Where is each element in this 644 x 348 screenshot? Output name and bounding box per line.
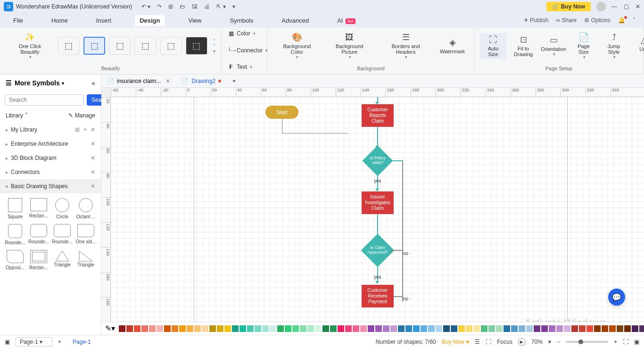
color-swatch[interactable] [270, 325, 276, 332]
shape-rounded-2[interactable]: Rounde... [28, 224, 49, 245]
chevron-up-icon[interactable]: ˄ [25, 112, 28, 119]
theme-1[interactable]: ⬚ [58, 37, 80, 55]
collapse-panel-icon[interactable]: « [91, 79, 95, 87]
theme-5[interactable]: ⬚ [160, 37, 182, 55]
color-swatch[interactable] [202, 325, 208, 332]
color-swatch[interactable] [209, 325, 216, 332]
auto-size-button[interactable]: ⛶Auto Size [480, 33, 506, 59]
color-swatch[interactable] [285, 325, 291, 332]
color-swatch[interactable] [194, 325, 201, 332]
color-swatch[interactable] [322, 325, 329, 332]
bg-color-button[interactable]: 🎨Background Color▾ [273, 30, 321, 61]
color-swatch[interactable] [164, 325, 171, 332]
color-swatch[interactable] [511, 325, 518, 332]
color-swatch[interactable] [496, 325, 503, 332]
publish-button[interactable]: ✈ Publish [524, 17, 549, 24]
color-swatch[interactable] [390, 325, 397, 332]
theme-scroll-up[interactable]: ˄ [213, 38, 215, 43]
color-swatch[interactable] [224, 325, 231, 332]
print-icon[interactable]: 🖨 [204, 3, 210, 10]
collapse-ribbon-icon[interactable]: ˄ [633, 17, 636, 24]
color-swatch[interactable] [119, 325, 125, 332]
color-swatch[interactable] [383, 325, 389, 332]
menu-ai[interactable]: AI hot [332, 15, 360, 26]
maximize-icon[interactable]: ▢ [624, 3, 629, 10]
close-icon[interactable]: ✕ [91, 141, 95, 147]
search-input[interactable] [5, 94, 84, 106]
color-swatch[interactable] [421, 325, 427, 332]
close-icon[interactable]: ✕ [91, 183, 95, 190]
save-icon[interactable]: 🖫 [192, 3, 198, 10]
color-swatch[interactable] [315, 325, 322, 332]
open-icon[interactable]: 🗁 [180, 3, 185, 10]
tab-insurance[interactable]: 📄 insurance claim... ✕ [101, 76, 176, 86]
theme-more[interactable]: ▾ [213, 49, 215, 54]
share-button[interactable]: ∞ Share [556, 17, 577, 24]
close-icon[interactable]: ✕ [91, 126, 95, 133]
color-swatch[interactable] [187, 325, 193, 332]
section-enterprise[interactable]: ▸Enterprise Architecture✕ [0, 137, 101, 151]
flow-node-investigates[interactable]: Insurer Investigates Claim [362, 191, 394, 214]
shape-square[interactable]: Square [5, 198, 25, 219]
zoom-level[interactable]: 70% [531, 339, 543, 345]
color-swatch[interactable] [353, 325, 359, 332]
color-swatch[interactable] [307, 325, 314, 332]
theme-scroll-down[interactable]: ˅ [213, 43, 215, 49]
one-click-beautify-button[interactable]: ✨ One Click Beautify ▾ [6, 30, 54, 61]
fit-drawing-button[interactable]: ⊡Fit to Drawing [510, 33, 537, 59]
color-swatch[interactable] [375, 325, 382, 332]
fit-width-icon[interactable]: ▣ [634, 339, 639, 345]
borders-button[interactable]: ☰Borders and Headers▾ [379, 30, 433, 61]
menu-design[interactable]: Design [135, 15, 165, 26]
color-swatch[interactable] [292, 325, 299, 332]
color-swatch[interactable] [639, 325, 644, 332]
color-swatch[interactable] [149, 325, 156, 332]
color-swatch[interactable] [232, 325, 239, 332]
export-icon[interactable]: ⇱ ▾ [216, 3, 225, 10]
color-swatch[interactable] [579, 325, 586, 332]
color-swatch[interactable] [458, 325, 465, 332]
color-swatch[interactable] [519, 325, 525, 332]
fullscreen-icon[interactable]: ⛶ [486, 339, 491, 345]
close-icon[interactable]: ✕ [636, 3, 640, 10]
color-swatch[interactable] [488, 325, 495, 332]
buy-now-button[interactable]: 🛒 Buy Now [546, 2, 591, 11]
menu-home[interactable]: Home [47, 15, 73, 26]
color-swatch[interactable] [443, 325, 450, 332]
color-swatch[interactable] [300, 325, 306, 332]
connector-dropdown[interactable]: └→Connector▾ [227, 46, 262, 55]
color-swatch[interactable] [617, 325, 623, 332]
add-folder-icon[interactable]: ⊞ [75, 126, 80, 133]
theme-4[interactable]: ⬚ [134, 37, 156, 55]
text-dropdown[interactable]: 𝗙Text▾ [227, 63, 262, 71]
color-swatch[interactable] [277, 325, 284, 332]
color-swatch[interactable] [586, 325, 593, 332]
flow-decision-approved[interactable]: Is Claim Approved? [361, 234, 395, 267]
color-swatch[interactable] [247, 325, 254, 332]
focus-button[interactable]: Focus [497, 339, 512, 345]
theme-3[interactable]: ⬚ [109, 37, 131, 55]
color-swatch[interactable] [632, 325, 638, 332]
close-icon[interactable]: ✕ [91, 169, 95, 175]
theme-6[interactable]: ⬚ [186, 37, 207, 55]
section-basic-shapes[interactable]: ▾Basic Drawing Shapes✕ [0, 179, 101, 193]
undo-icon[interactable]: ↶ ▾ [141, 3, 150, 10]
more-symbols-header[interactable]: ☰ More Symbols ▾ « [0, 75, 101, 91]
color-swatch[interactable] [405, 325, 412, 332]
menu-symbols[interactable]: Symbols [225, 15, 258, 26]
color-swatch[interactable] [413, 325, 420, 332]
panel-icon[interactable]: ▣ [5, 339, 10, 345]
color-swatch[interactable] [157, 325, 163, 332]
flow-node-reports[interactable]: Customer Reports Claim [362, 104, 394, 127]
minimize-icon[interactable]: — [611, 3, 617, 10]
play-icon[interactable]: ▶ [518, 338, 526, 346]
zoom-in-button[interactable]: + [614, 339, 617, 345]
section-3d-block[interactable]: ▸3D Block Diagram✕ [0, 151, 101, 165]
fit-page-icon[interactable]: ⛶ [623, 339, 628, 345]
shape-rounded-3[interactable]: Rounde... [52, 224, 73, 245]
flow-node-payment[interactable]: Customer Receives Payment [362, 285, 394, 307]
color-swatch[interactable] [338, 325, 344, 332]
shape-one-side[interactable]: One sid... [75, 224, 96, 245]
color-swatch[interactable] [330, 325, 337, 332]
color-swatch[interactable] [564, 325, 570, 332]
